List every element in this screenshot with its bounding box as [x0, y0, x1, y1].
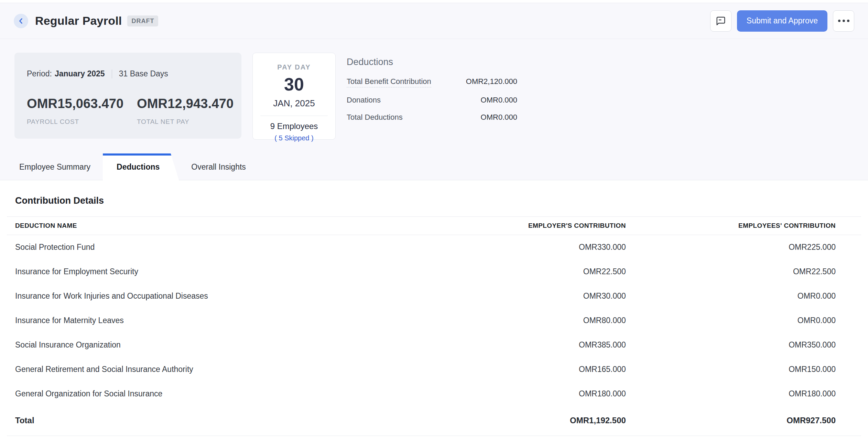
table-row: Insurance for Maternity Leaves OMR80.000… — [7, 308, 861, 333]
deduction-name: Insurance for Employment Security — [7, 259, 451, 284]
table-row: General Retirement and Social Insurance … — [7, 357, 861, 382]
top-strip — [0, 0, 868, 3]
contribution-table: DEDUCTION NAME EMPLOYER'S CONTRIBUTION E… — [7, 216, 861, 436]
total-deductions-value: OMR0.000 — [481, 113, 517, 122]
employee-contribution: OMR350.000 — [656, 333, 861, 357]
deductions-title: Deductions — [347, 57, 517, 67]
total-deductions-label: Total Deductions — [347, 113, 403, 122]
tab-overall-insights[interactable]: Overall Insights — [179, 153, 258, 180]
payday-label: PAY DAY — [253, 63, 335, 71]
donations-value: OMR0.000 — [481, 96, 517, 105]
comment-icon — [716, 16, 726, 26]
employee-contribution: OMR0.000 — [656, 308, 861, 333]
period-label: Period: — [27, 69, 52, 78]
employer-contribution: OMR180.000 — [451, 382, 656, 406]
tab-employee-summary[interactable]: Employee Summary — [7, 153, 103, 180]
employee-contribution: OMR22.500 — [656, 259, 861, 284]
column-employees-contribution: EMPLOYEES' CONTRIBUTION — [656, 217, 861, 235]
deduction-name: Insurance for Maternity Leaves — [7, 308, 451, 333]
ellipsis-icon — [837, 20, 850, 22]
employer-contribution: OMR80.000 — [451, 308, 656, 333]
payday-day: 30 — [253, 74, 335, 95]
table-header-row: DEDUCTION NAME EMPLOYER'S CONTRIBUTION E… — [7, 217, 861, 235]
header-left: Regular Payroll DRAFT — [14, 14, 158, 28]
table-row: Insurance for Work Injuries and Occupati… — [7, 284, 861, 308]
chevron-left-icon — [17, 17, 25, 25]
employee-contribution: OMR180.000 — [656, 382, 861, 406]
status-badge: DRAFT — [127, 15, 158, 26]
more-options-button[interactable] — [833, 10, 854, 32]
payday-card: PAY DAY 30 JAN, 2025 9 Employees ( 5 Ski… — [252, 53, 336, 140]
tab-content: Contribution Details DEDUCTION NAME EMPL… — [0, 180, 868, 448]
deduction-summary-row: Total Benefit Contribution OMR2,120.000 — [347, 77, 517, 87]
base-days: 31 Base Days — [119, 69, 168, 78]
submit-approve-button[interactable]: Submit and Approve — [737, 10, 827, 32]
employer-contribution: OMR22.500 — [451, 259, 656, 284]
column-employer-contribution: EMPLOYER'S CONTRIBUTION — [451, 217, 656, 235]
summary-row: Period: January 2025 31 Base Days OMR15,… — [0, 39, 868, 140]
back-button[interactable] — [14, 14, 28, 28]
tab-deductions[interactable]: Deductions — [103, 153, 179, 180]
column-deduction-name: DEDUCTION NAME — [7, 217, 451, 235]
divider — [112, 70, 112, 78]
employer-contribution: OMR165.000 — [451, 357, 656, 382]
period-value: January 2025 — [55, 69, 105, 78]
divider — [260, 116, 328, 116]
total-benefit-contribution-value: OMR2,120.000 — [466, 77, 517, 86]
table-row: Social Protection Fund OMR330.000 OMR225… — [7, 235, 861, 260]
total-employer-contribution: OMR1,192.500 — [451, 406, 656, 436]
period-card: Period: January 2025 31 Base Days OMR15,… — [14, 53, 241, 139]
header: Regular Payroll DRAFT Submit and Approve — [0, 3, 868, 39]
total-label: Total — [7, 406, 451, 436]
payroll-run-page: Regular Payroll DRAFT Submit and Approve — [0, 0, 868, 448]
payroll-cost-value: OMR15,063.470 — [27, 96, 137, 111]
skipped-employees-link[interactable]: ( 5 Skipped ) — [274, 134, 313, 142]
table-row: Insurance for Employment Security OMR22.… — [7, 259, 861, 284]
deduction-summary-row: Total Deductions OMR0.000 — [347, 113, 517, 122]
deduction-name: Insurance for Work Injuries and Occupati… — [7, 284, 451, 308]
employee-contribution: OMR225.000 — [656, 235, 861, 260]
summary-area: Period: January 2025 31 Base Days OMR15,… — [0, 39, 868, 180]
total-benefit-contribution-label[interactable]: Total Benefit Contribution — [347, 77, 431, 87]
deduction-name: General Retirement and Social Insurance … — [7, 357, 451, 382]
payroll-cost: OMR15,063.470 PAYROLL COST — [27, 96, 137, 126]
period-info: Period: January 2025 31 Base Days — [27, 69, 229, 78]
total-net-pay-label: TOTAL NET PAY — [137, 118, 247, 126]
total-employee-contribution: OMR927.500 — [656, 406, 861, 436]
total-net-pay-value: OMR12,943.470 — [137, 96, 247, 111]
deduction-name: General Organization for Social Insuranc… — [7, 382, 451, 406]
payroll-cost-label: PAYROLL COST — [27, 118, 137, 126]
deduction-name: Social Insurance Organization — [7, 333, 451, 357]
table-row: General Organization for Social Insuranc… — [7, 382, 861, 406]
comments-button[interactable] — [710, 10, 731, 32]
employee-contribution: OMR0.000 — [656, 284, 861, 308]
section-title: Contribution Details — [15, 195, 861, 206]
payday-month-year: JAN, 2025 — [253, 98, 335, 109]
table-row: Social Insurance Organization OMR385.000… — [7, 333, 861, 357]
employer-contribution: OMR330.000 — [451, 235, 656, 260]
deduction-summary-row: Donations OMR0.000 — [347, 96, 517, 105]
donations-label: Donations — [347, 96, 381, 105]
employer-contribution: OMR30.000 — [451, 284, 656, 308]
header-actions: Submit and Approve — [710, 10, 854, 32]
deductions-summary: Deductions Total Benefit Contribution OM… — [347, 53, 517, 130]
employee-count: 9 Employees — [253, 121, 335, 131]
page-title: Regular Payroll — [35, 14, 122, 28]
total-net-pay: OMR12,943.470 TOTAL NET PAY — [137, 96, 247, 126]
amounts: OMR15,063.470 PAYROLL COST OMR12,943.470… — [27, 96, 229, 126]
employer-contribution: OMR385.000 — [451, 333, 656, 357]
employee-contribution: OMR150.000 — [656, 357, 861, 382]
tab-bar: Employee Summary Deductions Overall Insi… — [0, 153, 868, 180]
table-total-row: Total OMR1,192.500 OMR927.500 — [7, 406, 861, 436]
deduction-name: Social Protection Fund — [7, 235, 451, 260]
